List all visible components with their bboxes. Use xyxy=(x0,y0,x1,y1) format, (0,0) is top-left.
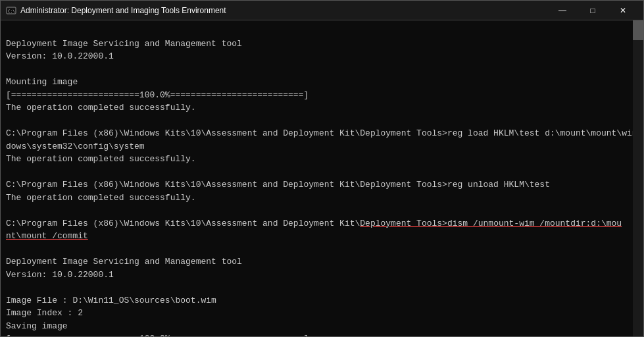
close-button[interactable]: ✕ xyxy=(608,1,638,20)
title-bar: C:\ Administrator: Deployment and Imagin… xyxy=(1,1,643,20)
scrollbar[interactable] xyxy=(633,20,643,336)
window-title: Administrator: Deployment and Imaging To… xyxy=(20,6,547,15)
cmd-window: C:\ Administrator: Deployment and Imagin… xyxy=(0,0,644,337)
minimize-button[interactable]: — xyxy=(547,1,578,20)
scrollbar-thumb[interactable] xyxy=(633,20,643,40)
window-controls: — □ ✕ xyxy=(547,1,638,20)
window-icon: C:\ xyxy=(6,5,16,16)
svg-text:C:\: C:\ xyxy=(8,9,15,13)
maximize-button[interactable]: □ xyxy=(578,1,608,20)
line-1: Deployment Image Servicing and Managemen… xyxy=(6,39,637,337)
console-output: Deployment Image Servicing and Managemen… xyxy=(6,24,638,336)
console-body: Deployment Image Servicing and Managemen… xyxy=(1,20,643,336)
